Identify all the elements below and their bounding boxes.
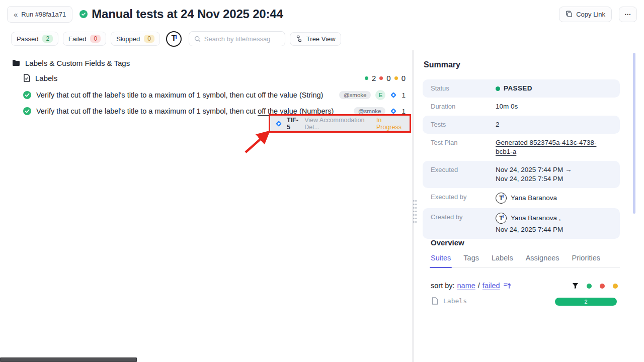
- user-avatar: T: [496, 193, 507, 204]
- horizontal-scrollbar[interactable]: [0, 357, 137, 362]
- created-by-name: Yana Baranova ,: [511, 214, 561, 223]
- filter-skipped-button[interactable]: Skipped 0: [111, 32, 160, 46]
- failed-count-badge: 0: [90, 35, 101, 43]
- passed-progress-bar[interactable]: 2: [555, 298, 617, 306]
- filter-failed-button[interactable]: Failed 0: [63, 32, 106, 46]
- suite-file-icon: [23, 74, 30, 82]
- assignee-avatar[interactable]: T: [166, 31, 182, 47]
- sort-by-label: sort by:: [431, 282, 455, 290]
- summary-heading: Summary: [424, 60, 460, 69]
- test-passed-icon: [23, 107, 31, 115]
- passed-count-badge: 2: [42, 35, 53, 43]
- tree-view-label: Tree View: [306, 35, 336, 43]
- sort-controls: sort by: name / failed: [431, 282, 511, 290]
- jira-icon[interactable]: [390, 108, 397, 115]
- test-plan-link[interactable]: Generated 8523745a-413c-4738-bcb1-a: [496, 138, 612, 156]
- summary-row-created-by: Created by T Yana Baranova , Nov 24, 202…: [423, 208, 620, 239]
- overview-suite-label: Labels: [443, 297, 467, 305]
- test-row[interactable]: Verify that cut off the label's title to…: [23, 89, 406, 101]
- jira-icon[interactable]: [390, 92, 397, 99]
- sort-ascending-icon[interactable]: [504, 282, 511, 289]
- jira-issue-popup[interactable]: TIF-5 View Accommodation Det... In Progr…: [270, 116, 410, 131]
- funnel-filter-icon[interactable]: [572, 283, 579, 289]
- file-icon: [432, 297, 438, 305]
- folder-name: Labels & Custom Fields & Tags: [25, 59, 130, 67]
- summary-row-tests: Tests 2: [423, 116, 620, 134]
- passed-legend-dot[interactable]: [587, 284, 592, 289]
- more-actions-button[interactable]: ⋯: [619, 7, 637, 22]
- suite-skipped-count: 0: [401, 74, 406, 82]
- tree-view-button[interactable]: Tree View: [290, 32, 341, 46]
- issue-title[interactable]: View Accommodation Det...: [304, 117, 372, 131]
- env-badge[interactable]: E: [375, 90, 385, 100]
- chevron-double-left-icon: «: [14, 10, 18, 19]
- failed-dot-icon: [379, 76, 383, 80]
- search-box: [189, 31, 285, 46]
- passed-filter-label: Passed: [17, 35, 38, 43]
- failed-legend-dot[interactable]: [600, 284, 605, 289]
- tab-tags[interactable]: Tags: [463, 254, 479, 262]
- summary-row-executed: Executed Nov 24, 2025 7:44 PM → Nov 24, …: [423, 161, 620, 188]
- sort-by-name-link[interactable]: name: [457, 282, 475, 290]
- test-title: Verify that cut off the label's title to…: [36, 91, 323, 99]
- tab-assignees[interactable]: Assignees: [526, 254, 559, 262]
- header: « Run #98fa1a71 Manual tests at 24 Nov 2…: [0, 0, 644, 28]
- summary-row-duration: Duration 10m 0s: [423, 98, 620, 116]
- created-at: Nov 24, 2025 7:44 PM: [496, 225, 563, 234]
- folder-icon: [12, 59, 20, 66]
- tree-folder-row[interactable]: Labels & Custom Fields & Tags: [12, 57, 130, 68]
- copy-icon: [566, 11, 573, 18]
- failed-filter-label: Failed: [68, 35, 86, 43]
- summary-row-executed-by: Executed by T Yana Baranova: [423, 188, 620, 208]
- sort-by-failed-link[interactable]: failed: [482, 282, 500, 290]
- suite-name: Labels: [35, 74, 57, 82]
- passed-dot-icon: [365, 76, 368, 80]
- issue-count: 1: [401, 92, 406, 99]
- splitter-grip-handle[interactable]: [413, 199, 417, 223]
- back-to-run-label: Run #98fa1a71: [21, 11, 66, 18]
- skipped-filter-label: Skipped: [116, 35, 140, 43]
- chart-filter-icons: [572, 283, 618, 289]
- search-icon: [194, 36, 201, 42]
- tab-suites[interactable]: Suites: [431, 254, 451, 262]
- back-to-run-button[interactable]: « Run #98fa1a71: [7, 6, 72, 23]
- copy-link-label: Copy Link: [576, 11, 605, 18]
- filter-passed-button[interactable]: Passed 2: [11, 32, 58, 46]
- skipped-dot-icon: [394, 76, 398, 80]
- filter-bar: Passed 2 Failed 0 Skipped 0 T Tree View: [0, 29, 644, 48]
- tab-priorities[interactable]: Priorities: [572, 254, 600, 262]
- annotation-highlight-box: TIF-5 View Accommodation Det... In Progr…: [269, 114, 411, 133]
- tree-suite-row[interactable]: Labels 2 0 0: [23, 72, 406, 83]
- page-title: Manual tests at 24 Nov 2025 20:44: [92, 7, 283, 21]
- search-input[interactable]: [204, 35, 275, 43]
- skipped-legend-dot[interactable]: [613, 284, 618, 289]
- copy-link-button[interactable]: Copy Link: [559, 7, 612, 22]
- executed-by-name: Yana Baranova: [511, 194, 557, 203]
- test-passed-icon: [23, 91, 31, 99]
- sidebar-scrollbar[interactable]: [633, 53, 635, 214]
- suite-stats: 2 0 0: [365, 74, 406, 82]
- tree-view-icon: [295, 35, 302, 42]
- annotation-arrow: [236, 125, 277, 158]
- overview-suite-row[interactable]: Labels: [432, 297, 467, 305]
- suite-failed-count: 0: [386, 74, 390, 82]
- status-badge: PASSED: [496, 84, 532, 93]
- tag-badge[interactable]: @smoke: [339, 91, 371, 99]
- issue-key[interactable]: TIF-5: [287, 117, 300, 131]
- summary-row-test-plan: Test Plan Generated 8523745a-413c-4738-b…: [423, 134, 620, 161]
- issue-status: In Progress: [376, 117, 405, 131]
- suite-passed-count: 2: [372, 74, 376, 82]
- passed-check-icon: [79, 10, 88, 18]
- overview-heading: Overview: [431, 238, 464, 247]
- summary-table: Status PASSED Duration 10m 0s Tests 2 Te…: [423, 79, 620, 239]
- tab-labels[interactable]: Labels: [492, 254, 513, 262]
- avatar-blue-mark: [176, 35, 177, 39]
- summary-row-status: Status PASSED: [423, 79, 620, 98]
- status-dot-icon: [496, 86, 500, 91]
- skipped-count-badge: 0: [144, 35, 154, 43]
- overview-tabs: Suites Tags Labels Assignees Priorities: [431, 254, 620, 268]
- user-avatar: T: [496, 213, 507, 224]
